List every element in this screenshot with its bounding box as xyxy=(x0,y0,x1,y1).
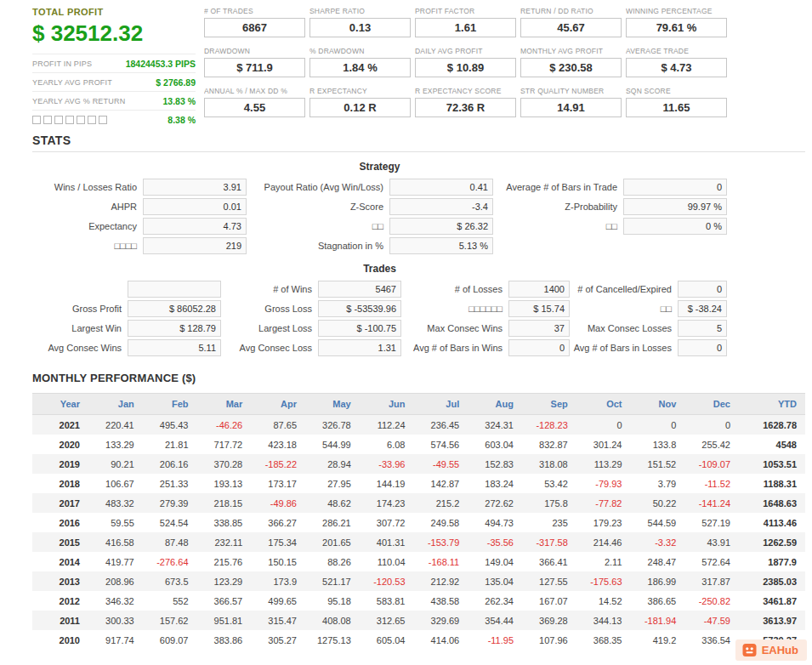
table-row: 2018106.67251.33193.13173.1727.95144.191… xyxy=(32,474,805,493)
stat-cell: STR QUALITY NUMBER14.91 xyxy=(520,87,622,117)
field-label: Gross Loss xyxy=(221,304,318,314)
field-row: Expectancy4.73□□$ 26.32□□0 % xyxy=(32,218,727,235)
stat-label: MONTHLY AVG PROFIT xyxy=(520,47,622,55)
field-value-box: $ 26.32 xyxy=(389,218,493,235)
field-group: Z-Score-3.4 xyxy=(247,198,493,215)
value-cell: 95.18 xyxy=(305,591,360,611)
field-value-box: 5.13 % xyxy=(389,237,493,254)
value-cell: 4113.46 xyxy=(739,513,805,532)
field-group: Avg Consec Loss1.31 xyxy=(221,339,401,356)
value-cell: -141.24 xyxy=(684,493,739,513)
stat-cell: DRAWDOWN$ 711.9 xyxy=(204,47,305,77)
value-cell: -153.79 xyxy=(414,532,468,552)
field-row: Wins / Losses Ratio3.91Payout Ratio (Avg… xyxy=(32,179,727,196)
field-label: □□□□ xyxy=(32,241,143,251)
value-cell: 175.34 xyxy=(251,532,305,552)
summary-value: 13.83 % xyxy=(162,96,196,106)
field-label: Max Consec Losses xyxy=(570,323,678,333)
year-cell: 2011 xyxy=(32,611,88,630)
stat-cell: R EXPECTANCY0.12 R xyxy=(309,87,411,117)
trades-fields: # of Wins5467# of Losses1400# of Cancell… xyxy=(32,281,727,356)
value-cell: 483.32 xyxy=(88,493,143,513)
stat-value-box: $ 4.73 xyxy=(626,58,727,77)
value-cell: 208.96 xyxy=(88,571,143,591)
field-label: Expectancy xyxy=(32,221,143,231)
value-cell: 1053.51 xyxy=(739,454,805,474)
value-cell: 305.27 xyxy=(251,630,305,650)
field-value-box: 5467 xyxy=(318,281,401,298)
monthly-column-header: May xyxy=(305,394,360,415)
field-row: # of Wins5467# of Losses1400# of Cancell… xyxy=(32,281,727,298)
field-value-box: 1400 xyxy=(508,281,570,298)
field-value-box: 0.01 xyxy=(143,198,247,215)
value-cell: 301.24 xyxy=(576,435,631,454)
value-cell: 583.81 xyxy=(360,591,414,611)
year-cell: 2017 xyxy=(32,493,88,513)
field-row: □□□□219Stagnation in %5.13 % xyxy=(32,237,727,254)
field-value-box: $ 15.74 xyxy=(508,300,570,317)
stat-label: STR QUALITY NUMBER xyxy=(520,87,622,95)
value-cell: 2.11 xyxy=(576,552,631,571)
value-cell: 366.27 xyxy=(251,513,305,532)
summary-label: YEARLY AVG PROFIT xyxy=(32,78,112,87)
value-cell: 324.31 xyxy=(468,415,522,435)
stat-cell: R EXPECTANCY SCORE72.36 R xyxy=(415,87,516,117)
monthly-column-header: Jan xyxy=(88,394,143,415)
field-value-box: 1.31 xyxy=(318,339,401,356)
stat-label: ANNUAL % / MAX DD % xyxy=(204,87,305,95)
value-cell: 173.17 xyxy=(251,474,305,493)
monthly-column-header: Sep xyxy=(522,394,576,415)
field-value-box: 0 % xyxy=(623,218,727,235)
rating-square-icon xyxy=(88,116,96,124)
value-cell: 386.65 xyxy=(631,591,685,611)
eahub-badge[interactable]: EAHub xyxy=(735,639,807,661)
value-cell: 215.76 xyxy=(197,552,252,571)
value-cell: 1188.31 xyxy=(739,474,805,493)
stat-label: # OF TRADES xyxy=(204,7,305,15)
value-cell: 1275.13 xyxy=(305,630,360,650)
field-value-box: $ 128.79 xyxy=(128,320,221,337)
value-cell: 495.43 xyxy=(143,415,197,435)
value-cell: 3.79 xyxy=(631,474,685,493)
value-cell: 150.15 xyxy=(251,552,305,571)
stat-cell: SQN SCORE11.65 xyxy=(626,87,727,117)
value-cell: 552 xyxy=(143,591,197,611)
value-cell: 572.64 xyxy=(684,552,739,571)
field-group: Average # of Bars in Trade0 xyxy=(493,179,727,196)
value-cell: 144.19 xyxy=(360,474,414,493)
total-profit-label: TOTAL PROFIT xyxy=(32,7,196,17)
value-cell: 344.13 xyxy=(576,611,631,630)
value-cell: 214.46 xyxy=(576,532,631,552)
value-cell: 605.04 xyxy=(360,630,414,650)
table-row: 2015416.5887.48232.11175.34201.65401.31-… xyxy=(32,532,805,552)
field-label: □□ xyxy=(247,221,389,231)
eahub-brand-text: EAHub xyxy=(762,644,798,656)
value-cell: 383.86 xyxy=(197,630,252,650)
field-group: # of Losses1400 xyxy=(401,281,570,298)
value-cell: 3613.97 xyxy=(739,611,805,630)
value-cell: 173.9 xyxy=(251,571,305,591)
stat-value-box: $ 711.9 xyxy=(204,58,305,77)
field-group: Gross Loss$ -53539.96 xyxy=(221,300,401,317)
value-cell: 6.08 xyxy=(360,435,414,454)
value-cell: -168.11 xyxy=(414,552,468,571)
value-cell: 574.56 xyxy=(414,435,468,454)
value-cell: 917.74 xyxy=(88,630,143,650)
monthly-performance-section: MONTHLY PERFORMANCE ($) YearJanFebMarApr… xyxy=(32,372,805,650)
field-label: # of Wins xyxy=(221,284,318,294)
field-label: Payout Ratio (Avg Win/Loss) xyxy=(247,182,389,192)
value-cell: 336.54 xyxy=(684,630,739,650)
value-cell: 318.08 xyxy=(522,454,576,474)
value-cell: 236.45 xyxy=(414,415,468,435)
value-cell: 307.72 xyxy=(360,513,414,532)
value-cell: -181.94 xyxy=(631,611,685,630)
field-group: Max Consec Losses5 xyxy=(570,320,727,337)
stat-value-box: 4.55 xyxy=(204,98,305,117)
value-cell: 272.62 xyxy=(468,493,522,513)
year-cell: 2012 xyxy=(32,591,88,611)
stat-value-box: 0.13 xyxy=(309,18,411,37)
value-cell: 112.24 xyxy=(360,415,414,435)
field-row: Gross Profit$ 86052.28Gross Loss$ -53539… xyxy=(32,300,727,317)
value-cell: 28.94 xyxy=(305,454,360,474)
value-cell: -11.52 xyxy=(684,474,739,493)
